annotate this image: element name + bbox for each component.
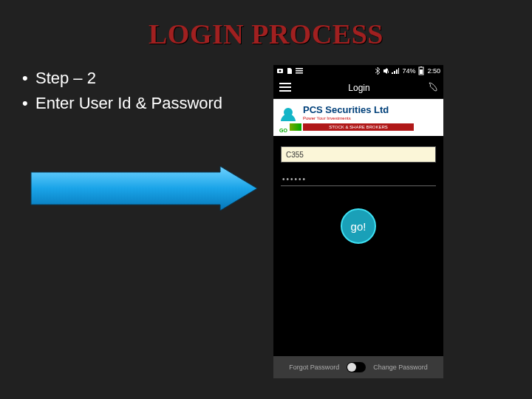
userid-input[interactable]: C355 [281,146,436,163]
svg-rect-10 [279,86,291,88]
brand-tagline: Power Your Investments [303,116,414,120]
svg-rect-3 [296,70,303,72]
forgot-password-link[interactable]: Forgot Password [289,364,339,371]
app-footer: Forgot Password Change Password [273,356,443,378]
go-button[interactable]: go! [341,208,376,244]
signal-icon [392,68,399,74]
sim-icon [287,67,293,75]
clock: 2:50 [427,67,440,75]
change-password-link[interactable]: Change Password [373,364,428,371]
bullet-2: Enter User Id & Password [19,92,256,115]
svg-line-5 [387,69,389,73]
screen-title: Login [291,83,427,93]
svg-rect-8 [420,66,422,67]
password-input[interactable]: •••••• [281,173,436,186]
android-statusbar: 74% 2:50 [273,65,443,77]
phone-icon[interactable] [427,82,437,94]
svg-point-1 [279,70,282,72]
battery-icon [418,66,424,75]
hamburger-icon[interactable] [279,83,291,93]
brand-strip: STOCK & SHARE BROKERS [303,123,414,131]
bullet-list: Step – 2 Enter User Id & Password [19,64,256,117]
battery-pct: 74% [402,67,415,75]
svg-rect-9 [279,83,291,84]
brand-name: PCS Securities Ltd [303,105,414,115]
svg-rect-2 [296,68,303,69]
svg-rect-11 [279,90,291,92]
footer-toggle[interactable] [347,362,366,372]
app-navbar: Login [273,77,443,99]
brand-logo-bar: PCS Securities Ltd Power Your Investment… [273,99,443,136]
brand-go-label: GO [279,128,287,133]
mute-icon [383,67,389,75]
bullet-1: Step – 2 [19,66,256,90]
menu-icon [296,67,303,75]
phone-screenshot: 74% 2:50 Login PCS Securities Ltd Power … [273,65,443,378]
svg-rect-7 [420,69,423,74]
bluetooth-icon [375,67,380,75]
camera-icon [276,67,284,75]
slide-title: LOGIN PROCESS [0,18,532,50]
svg-rect-4 [296,72,303,74]
pointer-arrow [30,166,259,211]
